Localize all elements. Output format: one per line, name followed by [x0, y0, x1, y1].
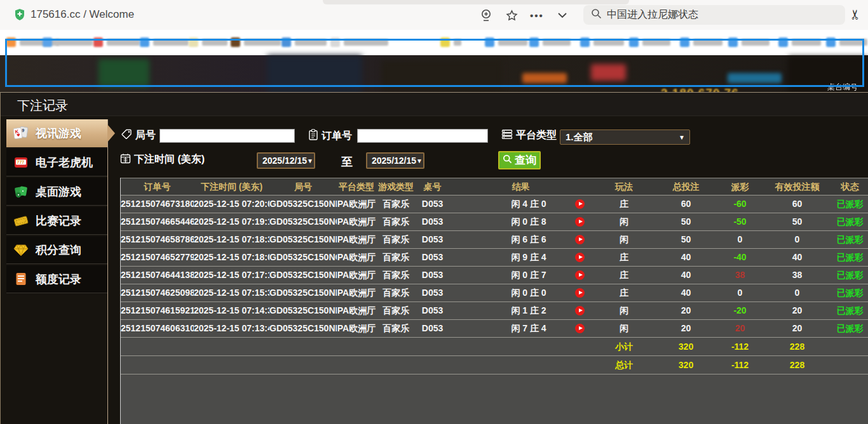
order-number-input[interactable] — [357, 129, 488, 143]
table-row: 2512150746731802025-12-15 07:20:00GD0532… — [121, 195, 868, 213]
sidebar-item-gem[interactable]: 积分查询 — [6, 236, 107, 264]
gem-icon — [13, 242, 29, 258]
date-from-select[interactable]: 2025/12/15 — [257, 152, 315, 169]
result-cell: 闲 0 庄 7 — [449, 267, 592, 284]
empty-cell — [121, 338, 194, 355]
table-empty-area — [121, 374, 868, 424]
result-text: 闲 1 庄 2 — [484, 302, 573, 319]
sidebar-item-label: 桌面游戏 — [36, 184, 81, 199]
date-to-separator: 至 — [341, 154, 353, 169]
result-text: 闲 6 庄 6 — [484, 231, 573, 248]
bookmark-star-icon[interactable] — [504, 8, 519, 23]
svg-text:777: 777 — [17, 160, 25, 164]
calendar-icon — [120, 153, 131, 166]
bet-time-cell: 2025-12-15 07:14:39 — [194, 302, 269, 319]
scissors-icon[interactable]: ✂ — [848, 7, 863, 22]
order-number-cell: 251215074665446 — [121, 213, 194, 230]
total-bet-cell: 20 — [656, 302, 716, 319]
bet-time-cell: 2025-12-15 07:13:48 — [194, 320, 269, 337]
table-row: 2512150746527792025-12-15 07:18:03GD0532… — [121, 248, 868, 266]
platform-cell: PA欧洲厅 — [337, 213, 376, 230]
empty-cell — [269, 356, 337, 374]
play-video-button[interactable] — [575, 199, 585, 209]
sidebar-item-label: 积分查询 — [36, 242, 81, 258]
dropdown-arrow-icon — [416, 157, 423, 164]
play-video-button[interactable] — [575, 288, 585, 298]
query-button[interactable]: 查询 — [498, 151, 541, 169]
table-row: 2512150746654462025-12-15 07:19:16GD0532… — [121, 213, 868, 230]
platform-type-select[interactable]: 1.全部 — [560, 129, 690, 145]
screen: 175616.cc / Welcome ••• 中国进入拉尼娜状态 ✂ 2,18… — [0, 0, 868, 424]
order-filter-label: 订单号 — [308, 129, 352, 143]
play-video-button[interactable] — [575, 324, 585, 333]
magnifier-icon — [503, 154, 512, 167]
sidebar-item-document[interactable]: 额度记录 — [6, 265, 107, 293]
play-video-button[interactable] — [575, 306, 585, 315]
column-header: 平台类型 — [337, 178, 376, 195]
play-video-button[interactable] — [575, 217, 585, 227]
empty-cell — [337, 338, 376, 355]
platform-cell: PA欧洲厅 — [337, 249, 376, 266]
order-number-cell: 251215074658786 — [121, 231, 194, 248]
sidebar-item-slot-machine[interactable]: 777电子老虎机 — [6, 149, 107, 176]
result-text: 闲 0 庄 7 — [484, 267, 573, 284]
more-options-icon[interactable]: ••• — [529, 8, 545, 23]
round-number-input[interactable] — [159, 129, 295, 143]
play-video-button[interactable] — [575, 270, 585, 280]
grand-total-label: 总计 — [592, 356, 656, 374]
total-bet-cell: 40 — [656, 249, 716, 266]
round-number-cell: GD05325C150NL — [269, 302, 337, 319]
column-header: 玩法 — [592, 178, 656, 195]
sidebar-item-ticket[interactable]: 比赛记录 — [6, 207, 107, 235]
column-header: 桌号 — [416, 178, 449, 195]
subtotal-row: 小计320-112228 — [121, 337, 868, 355]
platform-cell: PA欧洲厅 — [337, 284, 376, 301]
status-cell: 已派彩 — [831, 320, 868, 337]
result-text: 闲 0 庄 8 — [484, 213, 573, 230]
play-type-cell: 闲 — [592, 231, 656, 248]
round-number-cell: GD05325C150NQ — [269, 213, 337, 230]
order-number-cell: 251215074673180 — [121, 195, 194, 213]
sidebar-item-table-games[interactable]: 桌面游戏 — [6, 178, 107, 206]
empty-cell — [269, 338, 337, 355]
play-video-button[interactable] — [575, 235, 585, 244]
address-text[interactable]: 175616.cc / Welcome — [31, 8, 134, 21]
sidebar-item-cards[interactable]: 9K视讯游戏 — [6, 119, 107, 147]
document-icon — [13, 272, 29, 287]
browser-search-box[interactable]: 中国进入拉尼娜状态 — [583, 5, 845, 25]
play-video-button[interactable] — [575, 253, 585, 262]
platform-icon — [501, 129, 513, 142]
site-shield-icon — [14, 8, 25, 23]
chevron-down-icon[interactable] — [555, 8, 570, 23]
selection-rectangle — [5, 39, 864, 87]
browser-toolbar: 175616.cc / Welcome ••• 中国进入拉尼娜状态 ✂ — [0, 0, 868, 30]
sidebar-item-label: 比赛记录 — [36, 213, 81, 229]
play-type-cell: 闲 — [592, 302, 656, 319]
column-header: 派彩 — [716, 178, 764, 195]
game-type-cell: 百家乐 — [376, 320, 416, 337]
status-cell: 已派彩 — [831, 213, 868, 230]
panel-title: 下注记录 — [17, 97, 68, 114]
table-header-row: 订单号下注时间 (美东)局号平台类型游戏类型桌号结果玩法总投注派彩有效投注额状态 — [121, 178, 868, 195]
date-to-select[interactable]: 2025/12/15 — [366, 152, 424, 169]
zoom-page-icon[interactable] — [478, 8, 494, 23]
game-type-cell: 百家乐 — [376, 267, 416, 284]
result-text: 闲 4 庄 0 — [484, 195, 573, 213]
result-cell: 闲 9 庄 4 — [449, 249, 592, 266]
sidebar-item-label: 视讯游戏 — [36, 126, 81, 141]
result-text: 闲 7 庄 4 — [484, 320, 573, 337]
bet-time-cell: 2025-12-15 07:15:31 — [194, 284, 269, 301]
bet-time-cell: 2025-12-15 07:20:00 — [194, 195, 269, 213]
column-header: 订单号 — [121, 178, 194, 195]
dropdown-arrow-icon — [307, 157, 313, 164]
order-number-cell: 251215074606310 — [121, 320, 194, 337]
platform-cell: PA欧洲厅 — [337, 320, 376, 337]
game-type-cell: 百家乐 — [376, 213, 416, 230]
empty-cell — [194, 356, 269, 374]
empty-cell — [831, 338, 868, 355]
platform-cell: PA欧洲厅 — [337, 267, 376, 284]
table-games-icon — [13, 184, 29, 199]
column-header: 结果 — [449, 178, 592, 195]
empty-cell — [121, 356, 194, 374]
order-number-cell: 251215074625098 — [121, 284, 194, 301]
